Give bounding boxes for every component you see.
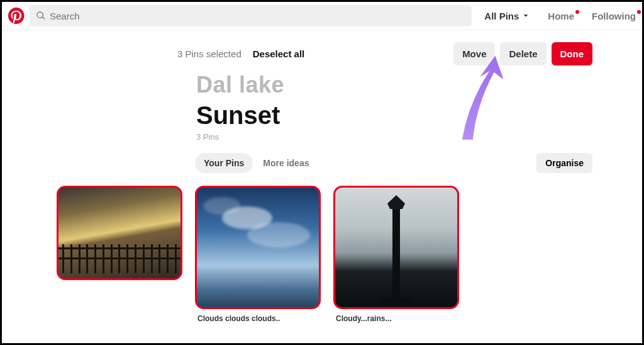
header-divider [2,30,642,30]
tab-more-ideas[interactable]: More ideas [263,158,309,168]
nav-home-label: Home [548,11,574,21]
all-pins-label: All Pins [484,11,519,21]
deselect-all-button[interactable]: Deselect all [253,48,305,59]
nav-following-label: Following [592,11,636,21]
search-bar[interactable] [30,5,472,26]
chevron-down-icon [521,11,530,20]
pin-thumbnail[interactable] [57,186,182,280]
notification-dot-icon [575,10,579,14]
move-button[interactable]: Move [453,42,495,65]
notification-dot-icon [637,10,641,14]
tab-your-pins[interactable]: Your Pins [195,153,253,173]
pin-card [57,186,182,323]
top-bar: All Pins Home Following [2,2,642,30]
pins-grid: Clouds clouds clouds.. Cloudy...rains... [52,186,592,323]
pin-thumbnail[interactable] [333,186,459,309]
pin-caption: Clouds clouds clouds.. [195,314,321,323]
selection-bar: 3 Pins selected Deselect all Move Delete… [52,35,592,72]
pin-count: 3 Pins [196,132,592,142]
board-heading: Dal lake Sunset 3 Pins [52,72,592,142]
organise-button[interactable]: Organise [536,153,592,173]
nav-following[interactable]: Following [592,11,636,21]
pin-card: Clouds clouds clouds.. [195,186,321,323]
delete-button[interactable]: Delete [500,42,546,65]
pin-thumbnail[interactable] [195,186,321,309]
board-name: Dal lake [196,72,592,98]
nav-home[interactable]: Home [548,11,574,21]
selection-count: 3 Pins selected [177,48,242,59]
tabs-row: Your Pins More ideas Organise [52,153,592,173]
pin-card: Cloudy...rains... [333,186,459,323]
all-pins-filter[interactable]: All Pins [484,11,530,21]
search-icon [36,11,46,21]
pin-caption: Cloudy...rains... [333,314,459,323]
pinterest-logo[interactable] [8,8,25,24]
search-input[interactable] [50,11,465,21]
section-name: Sunset [196,101,592,130]
done-button[interactable]: Done [552,42,593,65]
